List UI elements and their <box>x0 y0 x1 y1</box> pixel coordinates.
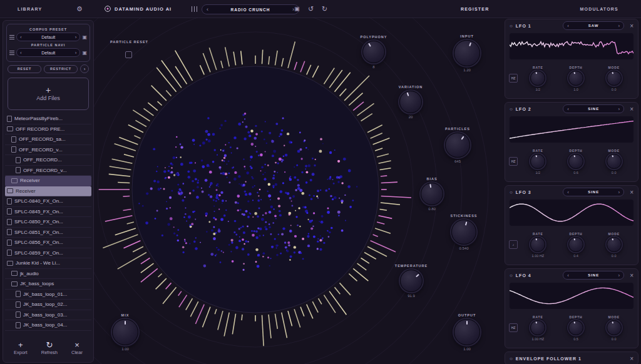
corpus-next-icon[interactable]: › <box>75 34 77 40</box>
variation-knob[interactable] <box>399 91 422 113</box>
save-preset-button[interactable]: ▣ <box>294 0 300 18</box>
lfo-mode-knob[interactable] <box>607 237 622 252</box>
list-item[interactable]: JK_bass_loop_03... <box>5 310 91 321</box>
export-button[interactable]: +Export <box>14 341 28 355</box>
lfo-rate-knob[interactable] <box>530 154 545 169</box>
lfo-rate-knob[interactable] <box>530 71 545 86</box>
particle-prev-icon[interactable]: ‹ <box>20 50 22 56</box>
register-button[interactable]: REGISTER <box>461 0 489 18</box>
list-item[interactable]: SPLC-0850_FX_On... <box>5 217 91 228</box>
clear-button[interactable]: ×Clear <box>71 341 83 355</box>
temperature-knob[interactable] <box>400 270 423 292</box>
file-label: JK_bass_loops <box>20 281 54 286</box>
lfo-rate-knob[interactable] <box>530 237 545 252</box>
knob-value: 20 <box>409 115 413 119</box>
lfo-mode-knob[interactable] <box>607 320 622 335</box>
stickiness-knob[interactable] <box>451 220 476 245</box>
wave-prev-icon[interactable]: ‹ <box>567 190 569 195</box>
particle-reset-button[interactable] <box>125 51 132 58</box>
sync-mode-icon[interactable]: ♪ <box>509 240 518 249</box>
list-item[interactable]: JK_bass_loop_02... <box>5 300 91 310</box>
refresh-button[interactable]: ↻Refresh <box>41 341 58 355</box>
preset-selector[interactable]: ‹ RADIO CRUNCH › <box>202 4 299 14</box>
close-icon[interactable]: × <box>630 23 633 29</box>
redo-button[interactable]: ↻ <box>322 0 327 18</box>
wave-prev-icon[interactable]: ‹ <box>567 23 569 29</box>
list-item[interactable]: jk_audio <box>5 269 91 280</box>
particle-next-icon[interactable]: › <box>75 50 77 56</box>
close-icon[interactable]: × <box>630 189 633 196</box>
list-item[interactable]: Junkie Kid - We Li... <box>5 258 91 269</box>
corpus-save-icon[interactable]: ▣ <box>82 34 87 40</box>
lfo-wave-selector[interactable]: ‹SINE› <box>563 188 624 196</box>
list-item[interactable]: OFF_RECORD_sa... <box>5 134 91 145</box>
list-item[interactable]: JK_bass_loop_04... <box>5 320 91 331</box>
lfo-bypass-icon[interactable]: ○ <box>510 190 513 195</box>
sync-mode-icon[interactable]: HZ <box>509 74 518 83</box>
sync-mode-icon[interactable]: HZ <box>509 157 518 166</box>
wave-name: SINE <box>588 190 599 194</box>
list-item[interactable]: JK_bass_loops <box>5 279 91 290</box>
library-button[interactable]: LIBRARY <box>18 0 42 18</box>
polyphony-knob[interactable] <box>362 41 385 63</box>
wave-next-icon[interactable]: › <box>618 23 620 29</box>
sync-mode-icon[interactable]: HZ <box>509 323 518 332</box>
lfo-wave-selector[interactable]: ‹SAW› <box>563 21 624 30</box>
list-item[interactable]: SPLC-0845_FX_On... <box>5 207 91 218</box>
input-knob[interactable] <box>454 40 480 66</box>
wave-next-icon[interactable]: › <box>618 190 620 195</box>
lfo-depth-knob[interactable] <box>568 71 583 86</box>
bias-knob[interactable] <box>421 183 443 205</box>
lfo-wave-selector[interactable]: ‹SINE› <box>563 104 624 113</box>
wave-next-icon[interactable]: › <box>618 273 620 278</box>
list-item[interactable]: SPLC-0851_FX_On... <box>5 228 91 238</box>
list-item[interactable]: SPLC-0859_FX_On... <box>5 248 91 259</box>
lfo-wave-selector[interactable]: ‹SINE› <box>563 271 624 280</box>
list-item[interactable]: OFF_RECORD_v... <box>5 145 91 156</box>
list-item[interactable]: MeteorPassByFireb... <box>5 114 91 124</box>
list-item[interactable]: OFF_RECORD_v... <box>5 166 91 176</box>
restrict-button[interactable]: RESTRICT <box>44 65 78 73</box>
close-icon[interactable]: × <box>630 272 633 279</box>
list-item[interactable]: JK_bass_loop_01... <box>5 290 91 300</box>
wave-prev-icon[interactable]: ‹ <box>567 106 569 112</box>
particles-knob[interactable] <box>445 133 470 158</box>
preset-browser-button[interactable] <box>192 0 197 18</box>
particle-nav-selector[interactable]: ‹ Default › <box>16 48 80 57</box>
settings-gear-button[interactable]: ⚙ <box>76 0 83 18</box>
lfo-bypass-icon[interactable]: ○ <box>510 106 513 112</box>
top-bar: LIBRARY ⚙ DATAMIND AUDIO AI ‹ RADIO CRUN… <box>0 0 641 18</box>
preset-prev-icon[interactable]: ‹ <box>207 6 208 13</box>
particle-reset-label: PARTICLE RESET <box>110 40 148 44</box>
lfo-bypass-icon[interactable]: ○ <box>510 273 513 278</box>
lfo-depth-knob[interactable] <box>568 320 583 335</box>
library-label: LIBRARY <box>18 7 42 11</box>
lfo-rate-knob[interactable] <box>530 320 545 335</box>
wave-next-icon[interactable]: › <box>618 106 620 112</box>
corpus-prev-icon[interactable]: ‹ <box>20 34 22 40</box>
particle-save-icon[interactable]: ▣ <box>82 50 87 56</box>
list-item[interactable]: SPLC-0840_FX_On... <box>5 196 91 207</box>
reset-button[interactable]: RESET <box>8 65 41 73</box>
list-item[interactable]: Receiver <box>5 176 91 186</box>
file-label: Junkie Kid - We Li... <box>16 260 60 266</box>
add-files-dropzone[interactable]: + Add Files <box>8 78 89 110</box>
list-item[interactable]: OFF RECORD PRE... <box>5 124 91 135</box>
lfo-mode-knob[interactable] <box>607 154 622 169</box>
close-icon[interactable]: × <box>630 106 633 113</box>
mix-knob[interactable] <box>112 319 138 345</box>
envelope-bypass-icon[interactable]: ○ <box>510 356 513 361</box>
list-item[interactable]: SPLC-0856_FX_On... <box>5 238 91 248</box>
list-item[interactable]: OFF_RECORD... <box>5 155 91 166</box>
lfo-mode-knob[interactable] <box>607 71 622 86</box>
wave-prev-icon[interactable]: ‹ <box>567 273 569 278</box>
output-knob[interactable] <box>454 319 480 345</box>
lfo-depth-knob[interactable] <box>568 237 583 252</box>
lfo-bypass-icon[interactable]: ○ <box>510 23 513 29</box>
list-item[interactable]: Receiver <box>5 186 91 197</box>
close-icon[interactable]: × <box>630 355 633 362</box>
collapse-sidebar-button[interactable]: › <box>80 64 89 73</box>
corpus-preset-selector[interactable]: ‹ Default › <box>16 33 80 41</box>
undo-button[interactable]: ↺ <box>308 0 314 18</box>
lfo-depth-knob[interactable] <box>568 154 583 169</box>
